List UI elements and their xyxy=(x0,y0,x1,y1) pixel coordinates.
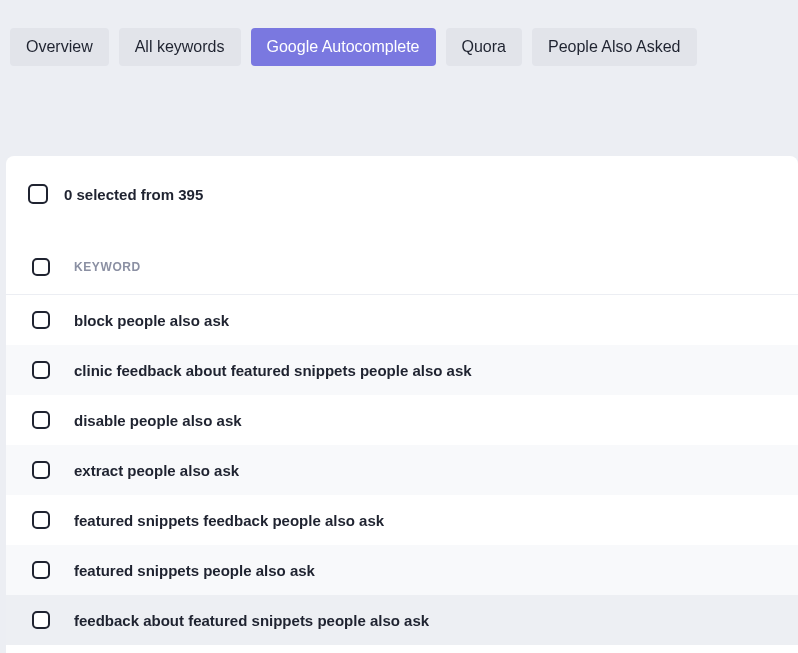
table-row[interactable]: extract people also ask xyxy=(6,445,798,495)
selection-count: 0 selected from 395 xyxy=(64,186,203,203)
tab-quora[interactable]: Quora xyxy=(446,28,522,66)
table-row[interactable]: disable people also ask xyxy=(6,395,798,445)
tab-overview[interactable]: Overview xyxy=(10,28,109,66)
row-checkbox[interactable] xyxy=(32,511,50,529)
table-row[interactable]: feedback about featured snippets people … xyxy=(6,595,798,645)
column-header-keyword: KEYWORD xyxy=(74,260,141,274)
row-checkbox[interactable] xyxy=(32,411,50,429)
table-body: block people also ask clinic feedback ab… xyxy=(6,295,798,645)
row-checkbox[interactable] xyxy=(32,561,50,579)
tab-people-also-asked[interactable]: People Also Asked xyxy=(532,28,697,66)
row-checkbox[interactable] xyxy=(32,361,50,379)
table-header: KEYWORD xyxy=(6,214,798,295)
tab-google-autocomplete[interactable]: Google Autocomplete xyxy=(251,28,436,66)
selection-summary: 0 selected from 395 xyxy=(6,156,798,214)
tab-bar: Overview All keywords Google Autocomplet… xyxy=(0,0,798,66)
keyword-text: clinic feedback about featured snippets … xyxy=(74,362,472,379)
keyword-text: disable people also ask xyxy=(74,412,242,429)
keyword-text: featured snippets people also ask xyxy=(74,562,315,579)
row-checkbox[interactable] xyxy=(32,611,50,629)
keyword-text: feedback about featured snippets people … xyxy=(74,612,429,629)
header-checkbox[interactable] xyxy=(32,258,50,276)
row-checkbox[interactable] xyxy=(32,311,50,329)
table-row[interactable]: featured snippets people also ask xyxy=(6,545,798,595)
keyword-text: featured snippets feedback people also a… xyxy=(74,512,384,529)
tab-all-keywords[interactable]: All keywords xyxy=(119,28,241,66)
table-row[interactable]: featured snippets feedback people also a… xyxy=(6,495,798,545)
table-row[interactable]: block people also ask xyxy=(6,295,798,345)
keyword-text: extract people also ask xyxy=(74,462,239,479)
keyword-text: block people also ask xyxy=(74,312,229,329)
select-all-checkbox[interactable] xyxy=(28,184,48,204)
row-checkbox[interactable] xyxy=(32,461,50,479)
results-panel: 0 selected from 395 KEYWORD block people… xyxy=(6,156,798,653)
table-row[interactable]: clinic feedback about featured snippets … xyxy=(6,345,798,395)
